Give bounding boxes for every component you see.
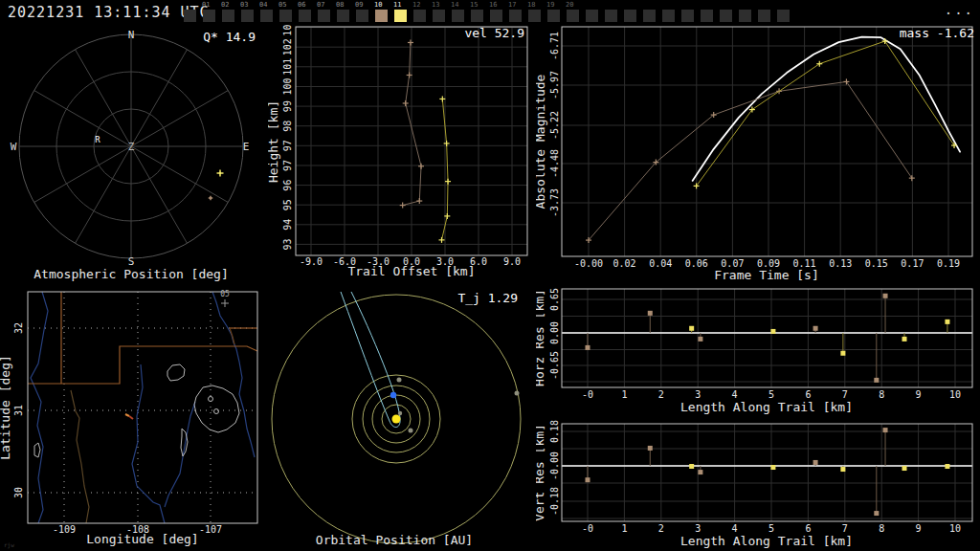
svg-text:0.17: 0.17: [901, 258, 924, 269]
svg-text:-4.48: -4.48: [549, 149, 560, 178]
frame-box-08[interactable]: [337, 10, 349, 22]
svg-text:2: 2: [658, 523, 664, 534]
watermark: rjw: [4, 541, 14, 549]
svg-text:mass -1.62: mass -1.62: [900, 26, 974, 40]
frame-box[interactable]: [681, 10, 694, 22]
frame-box[interactable]: [662, 10, 675, 22]
frame-number-label: 15: [470, 1, 478, 9]
svg-text:0.04: 0.04: [649, 258, 672, 269]
frame-number-label: 16: [489, 1, 497, 9]
meteor-analysis-dashboard: 20221231 13:11:34 UTC 010203040506070809…: [0, 0, 980, 551]
frame-box[interactable]: [758, 10, 770, 22]
svg-text:-0.18: -0.18: [549, 487, 560, 516]
frame-box-05[interactable]: [279, 10, 292, 22]
frame-box[interactable]: [777, 10, 790, 22]
frame-box-19[interactable]: [547, 10, 560, 22]
trail-offset-panel: -9.0-6.0-3.00.03.06.09.01031021011009998…: [268, 24, 536, 287]
frame-number-label: 06: [298, 1, 305, 9]
top-bar: 20221231 13:11:34 UTC 010203040506070809…: [0, 0, 980, 24]
frame-number-label: 02: [221, 1, 229, 9]
frame-number-label: 19: [546, 1, 554, 9]
frame-box-17[interactable]: [509, 10, 522, 22]
svg-text:-0: -0: [582, 523, 593, 534]
svg-text:N: N: [128, 29, 135, 41]
svg-text:3: 3: [695, 523, 701, 534]
frame-box-12[interactable]: [413, 10, 426, 22]
svg-text:102: 102: [282, 38, 293, 55]
frame-number-label: 05: [278, 1, 286, 9]
frame-number-label: 03: [240, 1, 248, 9]
frame-box-11[interactable]: [394, 10, 407, 22]
frame-number-label: 17: [508, 1, 516, 9]
svg-text:Length Along Trail [km]: Length Along Trail [km]: [680, 534, 853, 548]
svg-text:-5.22: -5.22: [549, 111, 560, 140]
frame-box[interactable]: [624, 10, 636, 22]
svg-text:98: 98: [282, 121, 293, 132]
frame-box-09[interactable]: [356, 10, 368, 22]
svg-text:0.19: 0.19: [937, 258, 960, 269]
svg-text:10: 10: [949, 389, 961, 400]
frame-box[interactable]: [701, 10, 713, 22]
svg-text:9: 9: [916, 389, 922, 400]
frame-box-01[interactable]: [203, 10, 215, 22]
ground-track-map-panel: 05-109-108-107323130Longitude [deg]Latit…: [0, 287, 268, 551]
svg-text:8: 8: [879, 389, 884, 400]
svg-text:-107: -107: [199, 524, 222, 535]
frame-number-label: 10: [374, 1, 382, 9]
svg-text:Longitude [deg]: Longitude [deg]: [86, 532, 198, 546]
frame-number-label: 01: [202, 1, 210, 9]
frame-number-label: 14: [451, 1, 458, 9]
svg-text:W: W: [11, 141, 17, 153]
svg-text:-109: -109: [53, 524, 76, 535]
vertical-residuals-panel: -0123456789100.18-0.00-0.18Length Along …: [536, 416, 980, 551]
svg-text:T_j 1.29: T_j 1.29: [457, 291, 518, 305]
frame-number-label: 11: [393, 1, 401, 9]
svg-text:8: 8: [879, 523, 884, 534]
frame-box-04[interactable]: [260, 10, 273, 22]
svg-text:R: R: [95, 135, 100, 144]
svg-text:30: 30: [13, 487, 24, 498]
frame-box[interactable]: [643, 10, 656, 22]
svg-text:-0: -0: [582, 389, 593, 400]
frame-box[interactable]: [605, 10, 617, 22]
frame-box-15[interactable]: [471, 10, 483, 22]
frame-box[interactable]: [184, 10, 196, 22]
svg-text:0.02: 0.02: [613, 258, 636, 269]
svg-text:0.15: 0.15: [865, 258, 888, 269]
frame-box-20[interactable]: [567, 10, 579, 22]
frame-box-06[interactable]: [299, 10, 311, 22]
frame-box[interactable]: [586, 10, 598, 22]
frame-box-07[interactable]: [318, 10, 330, 22]
earth-dot: [390, 392, 396, 398]
frame-number-label: 13: [432, 1, 439, 9]
svg-text:Length Along Trail [km]: Length Along Trail [km]: [680, 400, 853, 414]
svg-text:-0.00: -0.00: [574, 258, 603, 269]
frame-box[interactable]: [739, 10, 751, 22]
svg-text:103: 103: [282, 24, 293, 36]
frame-box[interactable]: [720, 10, 732, 22]
overflow-menu-icon[interactable]: ...: [945, 2, 974, 17]
frame-box-03[interactable]: [241, 10, 254, 22]
svg-text:2: 2: [658, 389, 664, 400]
frame-box-18[interactable]: [528, 10, 541, 22]
svg-text:-5.97: -5.97: [549, 71, 560, 99]
frame-box-10[interactable]: [375, 10, 388, 22]
frame-box-14[interactable]: [452, 10, 464, 22]
frame-box-16[interactable]: [490, 10, 502, 22]
svg-text:0.00: 0.00: [549, 321, 560, 344]
svg-text:9.0: 9.0: [503, 256, 521, 267]
svg-text:Z: Z: [128, 141, 135, 153]
frame-number-label: 07: [317, 1, 324, 9]
svg-text:1: 1: [621, 523, 627, 534]
svg-text:5: 5: [768, 389, 774, 400]
svg-text:Atmospheric Position [deg]: Atmospheric Position [deg]: [33, 267, 229, 281]
frame-number-label: 08: [336, 1, 344, 9]
svg-text:-0.00: -0.00: [549, 452, 560, 480]
frame-box-13[interactable]: [433, 10, 445, 22]
svg-text:100: 100: [282, 77, 293, 95]
svg-text:99: 99: [282, 100, 293, 112]
svg-text:Trail Offset [km]: Trail Offset [km]: [347, 264, 475, 278]
frame-box-02[interactable]: [222, 10, 234, 22]
horizontal-residuals-panel: -0123456789100.650.00-0.65Length Along T…: [536, 282, 980, 416]
svg-text:-3.73: -3.73: [549, 188, 560, 217]
